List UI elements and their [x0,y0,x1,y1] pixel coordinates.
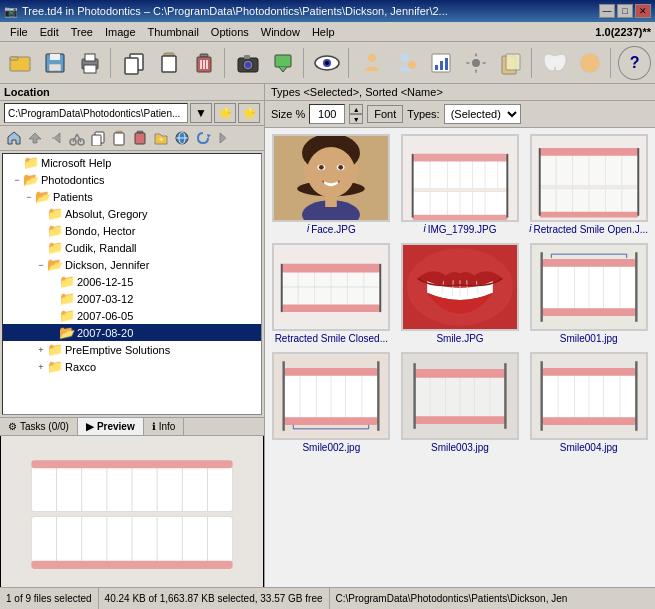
toolbar-delete[interactable] [187,46,220,80]
image-thumb-smile004[interactable] [530,352,648,440]
size-input[interactable] [309,104,345,124]
icon-up[interactable] [25,128,45,148]
menu-image[interactable]: Image [99,24,142,40]
toolbar-paste[interactable] [153,46,186,80]
image-thumb-face[interactable] [272,134,390,222]
image-cell-smile[interactable]: Smile.JPG [398,241,523,346]
size-down-btn[interactable]: ▼ [349,114,363,124]
image-thumb-retracted-closed[interactable] [272,243,390,331]
tree-expand-date4[interactable] [47,328,59,338]
tree-item-date1[interactable]: 📁 2006-12-15 [3,273,261,290]
icon-paste2[interactable] [109,128,129,148]
toolbar-scan[interactable] [494,46,527,80]
toolbar-chart[interactable] [425,46,458,80]
menu-options[interactable]: Options [205,24,255,40]
svg-point-79 [339,165,344,170]
status-selection: 1 of 9 files selected [0,588,99,609]
icon-cut[interactable] [67,128,87,148]
menu-edit[interactable]: Edit [34,24,65,40]
image-cell-retracted-open[interactable]: i Retracted Smile Open.J... [526,132,651,237]
toolbar-help[interactable]: ? [618,46,651,80]
toolbar-settings[interactable] [460,46,493,80]
menu-file[interactable]: File [4,24,34,40]
image-cell-smile004[interactable]: Smile004.jpg [526,350,651,455]
size-up-btn[interactable]: ▲ [349,104,363,114]
tree-item-preemptive[interactable]: + 📁 PreEmptive Solutions [3,341,261,358]
toolbar-camera[interactable] [232,46,265,80]
icon-delete2[interactable] [130,128,150,148]
icon-refresh[interactable] [193,128,213,148]
maximize-button[interactable]: □ [617,4,633,18]
tree-item-raxco[interactable]: + 📁 Raxco [3,358,261,375]
icon-back[interactable] [46,128,66,148]
tree-label-preemptive: PreEmptive Solutions [65,344,170,356]
tab-tasks[interactable]: ⚙ Tasks (0/0) [0,418,78,435]
menu-thumbnail[interactable]: Thumbnail [142,24,205,40]
image-thumb-smile003[interactable] [401,352,519,440]
icon-new-folder[interactable]: + [151,128,171,148]
tree-expand-bondo[interactable] [35,226,47,236]
tree-item-date3[interactable]: 📁 2007-06-05 [3,307,261,324]
image-grid[interactable]: i Face.JPG [265,128,655,587]
image-thumb-smile001[interactable] [530,243,648,331]
minimize-button[interactable]: — [599,4,615,18]
image-thumb-smile002[interactable] [272,352,390,440]
tree-expand-patients[interactable]: − [23,192,35,202]
tree-item-cudik[interactable]: 📁 Cudik, Randall [3,239,261,256]
menu-help[interactable]: Help [306,24,341,40]
tree-item-ms-help[interactable]: 📁 Microsoft Help [3,154,261,171]
icon-copy2[interactable] [88,128,108,148]
tree-expand-cudik[interactable] [35,243,47,253]
path-refresh-btn[interactable]: ⭐ [214,103,236,123]
tree-item-date4[interactable]: 📂 2007-08-20 [3,324,261,341]
toolbar-person1[interactable] [356,46,389,80]
toolbar-rotate[interactable] [267,46,300,80]
image-thumb-retracted-open[interactable] [530,134,648,222]
toolbar-save[interactable] [39,46,72,80]
tree-item-bondo[interactable]: 📁 Bondo, Hector [3,222,261,239]
tree-item-patients[interactable]: − 📂 Patients [3,188,261,205]
toolbar-open[interactable] [4,46,37,80]
image-cell-smile003[interactable]: Smile003.jpg [398,350,523,455]
toolbar-copy[interactable] [118,46,151,80]
image-cell-img1799[interactable]: i IMG_1799.JPG [398,132,523,237]
toolbar-print[interactable] [73,46,106,80]
menu-window[interactable]: Window [255,24,306,40]
tree-item-photodontics[interactable]: − 📂 Photodontics [3,171,261,188]
tree-expand-ms-help[interactable] [11,158,23,168]
image-cell-retracted-closed[interactable]: Retracted Smile Closed... [269,241,394,346]
font-button[interactable]: Font [367,105,403,123]
image-cell-smile001[interactable]: Smile001.jpg [526,241,651,346]
path-dropdown-btn[interactable]: ▼ [190,103,212,123]
icon-web[interactable] [172,128,192,148]
tree-area[interactable]: 📁 Microsoft Help − 📂 Photodontics − 📂 Pa… [2,153,262,415]
tree-expand-absolut[interactable] [35,209,47,219]
tree-expand-photodontics[interactable]: − [11,175,23,185]
image-thumb-img1799[interactable] [401,134,519,222]
tree-expand-date3[interactable] [47,311,59,321]
tree-expand-dickson[interactable]: − [35,260,47,270]
tree-expand-preemptive[interactable]: + [35,345,47,355]
path-star-btn[interactable]: ⭐ [238,103,260,123]
toolbar-eye[interactable] [311,46,344,80]
tab-preview[interactable]: ▶ Preview [78,418,144,435]
icon-home[interactable] [4,128,24,148]
toolbar-teeth[interactable] [539,46,572,80]
image-cell-smile002[interactable]: Smile002.jpg [269,350,394,455]
path-input[interactable] [4,103,188,123]
tree-expand-raxco[interactable]: + [35,362,47,372]
tree-item-absolut[interactable]: 📁 Absolut, Gregory [3,205,261,222]
image-thumb-smile[interactable] [401,243,519,331]
toolbar-face[interactable] [574,46,607,80]
tab-info[interactable]: ℹ Info [144,418,185,435]
tree-expand-date1[interactable] [47,277,59,287]
types-select[interactable]: (All) (Selected) Face Smile Retracted [444,104,521,124]
toolbar-person2[interactable] [390,46,423,80]
image-cell-face[interactable]: i Face.JPG [269,132,394,237]
close-button[interactable]: ✕ [635,4,651,18]
tree-expand-date2[interactable] [47,294,59,304]
icon-forward[interactable] [214,128,234,148]
menu-tree[interactable]: Tree [65,24,99,40]
tree-item-date2[interactable]: 📁 2007-03-12 [3,290,261,307]
tree-item-dickson[interactable]: − 📂 Dickson, Jennifer [3,256,261,273]
